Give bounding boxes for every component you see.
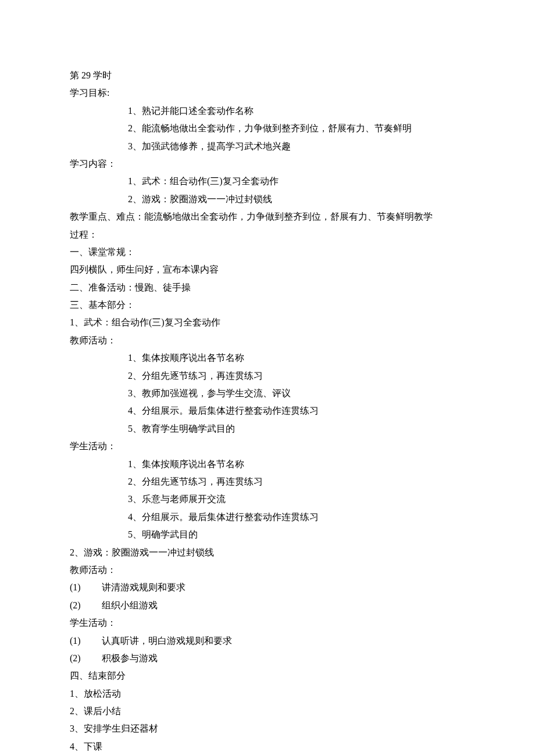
item-text: 讲清游戏规则和要求 (102, 582, 186, 592)
key-points-line1: 教学重点、难点：能流畅地做出全套动作，力争做到整齐到位，舒展有力、节奏鲜明教学 (70, 208, 465, 225)
student-item: (2)积极参与游戏 (70, 650, 465, 667)
content-item: 1、武术：组合动作(三)复习全套动作 (70, 173, 465, 190)
item-text: 组织小组游戏 (102, 600, 158, 610)
section4-item: 2、课后小结 (70, 703, 465, 720)
section2-title: 二、准备活动：慢跑、徒手操 (70, 279, 465, 296)
student-label: 学生活动： (70, 614, 465, 632)
teacher-item: 3、教师加强巡视，参与学生交流、评议 (70, 385, 465, 402)
content-label: 学习内容： (70, 155, 465, 173)
sub2-title: 2、游戏：胶圈游戏一一冲过封锁线 (70, 544, 465, 561)
student-item: 4、分组展示。最后集体进行整套动作连贯练习 (70, 508, 465, 526)
section4-item: 4、下课 (70, 738, 465, 755)
student-label: 学生活动： (70, 438, 465, 455)
section4-item: 3、安排学生归还器材 (70, 720, 465, 737)
objectives-label: 学习目标: (70, 84, 465, 102)
student-item: 5、明确学武目的 (70, 526, 465, 543)
student-item: 1、集体按顺序说出各节名称 (70, 456, 465, 473)
sub1-title: 1、武术：组合动作(三)复习全套动作 (70, 314, 465, 331)
section4-title: 四、结束部分 (70, 667, 465, 685)
item-text: 认真听讲，明白游戏规则和要求 (102, 636, 232, 646)
teacher-item: (2)组织小组游戏 (70, 597, 465, 614)
student-item: 3、乐意与老师展开交流 (70, 490, 465, 508)
section1-title: 一、课堂常规： (70, 243, 465, 261)
item-number: (1) (70, 579, 102, 596)
teacher-item: 1、集体按顺序说出各节名称 (70, 349, 465, 367)
item-number: (2) (70, 650, 102, 667)
student-item: 2、分组先逐节练习，再连贯练习 (70, 473, 465, 490)
teacher-item: 5、教育学生明确学武目的 (70, 420, 465, 438)
objective-item: 2、能流畅地做出全套动作，力争做到整齐到位，舒展有力、节奏鲜明 (70, 120, 465, 137)
lesson-number: 第 29 学时 (70, 67, 465, 84)
objective-item: 1、熟记并能口述全套动作名称 (70, 102, 465, 120)
teacher-item: 2、分组先逐节练习，再连贯练习 (70, 367, 465, 385)
item-text: 积极参与游戏 (102, 653, 158, 663)
content-item: 2、游戏：胶圈游戏一一冲过封锁线 (70, 191, 465, 208)
section4-item: 1、放松活动 (70, 685, 465, 703)
objective-item: 3、加强武德修养，提高学习武术地兴趣 (70, 138, 465, 155)
teacher-label: 教师活动： (70, 332, 465, 349)
teacher-item: (1)讲清游戏规则和要求 (70, 579, 465, 596)
section3-title: 三、基本部分： (70, 296, 465, 314)
teacher-label: 教师活动： (70, 561, 465, 579)
section1-body: 四列横队，师生问好，宣布本课内容 (70, 261, 465, 278)
student-item: (1)认真听讲，明白游戏规则和要求 (70, 632, 465, 650)
item-number: (1) (70, 632, 102, 650)
teacher-item: 4、分组展示。最后集体进行整套动作连贯练习 (70, 402, 465, 420)
item-number: (2) (70, 597, 102, 614)
key-points-line2: 过程： (70, 226, 465, 243)
